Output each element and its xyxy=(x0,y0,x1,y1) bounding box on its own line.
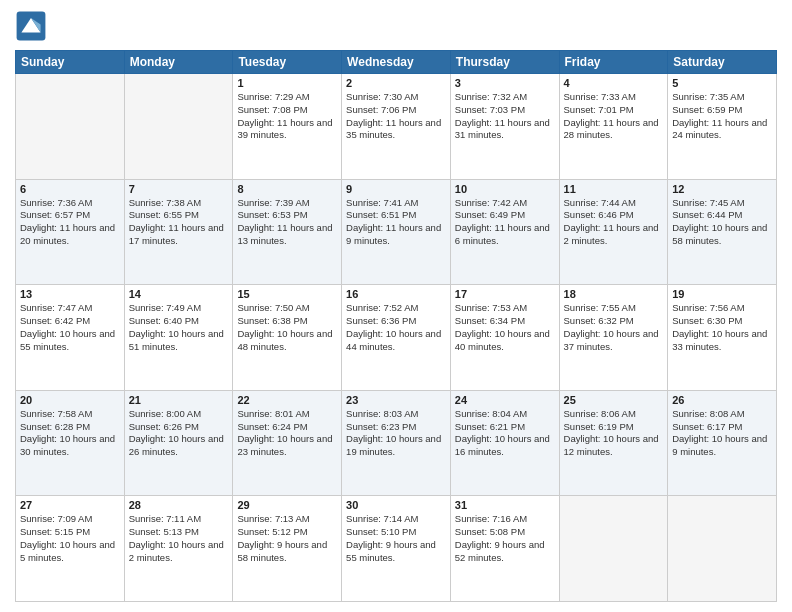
day-number: 20 xyxy=(20,394,120,406)
calendar-cell: 27Sunrise: 7:09 AMSunset: 5:15 PMDayligh… xyxy=(16,496,125,602)
day-number: 29 xyxy=(237,499,337,511)
sunrise: Sunrise: 7:45 AM xyxy=(672,197,744,208)
sunset: Sunset: 6:17 PM xyxy=(672,421,742,432)
sunrise: Sunrise: 7:58 AM xyxy=(20,408,92,419)
sunrise: Sunrise: 7:11 AM xyxy=(129,513,201,524)
daylight: Daylight: 10 hours and 5 minutes. xyxy=(20,539,115,563)
calendar-cell: 23Sunrise: 8:03 AMSunset: 6:23 PMDayligh… xyxy=(342,390,451,496)
sunrise: Sunrise: 7:39 AM xyxy=(237,197,309,208)
calendar-cell: 22Sunrise: 8:01 AMSunset: 6:24 PMDayligh… xyxy=(233,390,342,496)
sunset: Sunset: 6:34 PM xyxy=(455,315,525,326)
day-info: Sunrise: 7:42 AMSunset: 6:49 PMDaylight:… xyxy=(455,197,555,248)
daylight: Daylight: 10 hours and 40 minutes. xyxy=(455,328,550,352)
day-number: 6 xyxy=(20,183,120,195)
daylight: Daylight: 10 hours and 37 minutes. xyxy=(564,328,659,352)
calendar-cell: 19Sunrise: 7:56 AMSunset: 6:30 PMDayligh… xyxy=(668,285,777,391)
calendar-cell: 4Sunrise: 7:33 AMSunset: 7:01 PMDaylight… xyxy=(559,74,668,180)
day-info: Sunrise: 8:08 AMSunset: 6:17 PMDaylight:… xyxy=(672,408,772,459)
sunset: Sunset: 6:49 PM xyxy=(455,209,525,220)
sunset: Sunset: 5:15 PM xyxy=(20,526,90,537)
sunset: Sunset: 6:28 PM xyxy=(20,421,90,432)
weekday-thursday: Thursday xyxy=(450,51,559,74)
day-info: Sunrise: 7:36 AMSunset: 6:57 PMDaylight:… xyxy=(20,197,120,248)
day-number: 28 xyxy=(129,499,229,511)
sunrise: Sunrise: 7:52 AM xyxy=(346,302,418,313)
daylight: Daylight: 11 hours and 28 minutes. xyxy=(564,117,659,141)
day-number: 16 xyxy=(346,288,446,300)
calendar-cell: 7Sunrise: 7:38 AMSunset: 6:55 PMDaylight… xyxy=(124,179,233,285)
daylight: Daylight: 11 hours and 24 minutes. xyxy=(672,117,767,141)
sunset: Sunset: 5:10 PM xyxy=(346,526,416,537)
sunrise: Sunrise: 7:16 AM xyxy=(455,513,527,524)
sunset: Sunset: 6:59 PM xyxy=(672,104,742,115)
calendar-cell: 6Sunrise: 7:36 AMSunset: 6:57 PMDaylight… xyxy=(16,179,125,285)
day-info: Sunrise: 7:09 AMSunset: 5:15 PMDaylight:… xyxy=(20,513,120,564)
sunrise: Sunrise: 7:14 AM xyxy=(346,513,418,524)
daylight: Daylight: 11 hours and 6 minutes. xyxy=(455,222,550,246)
day-number: 8 xyxy=(237,183,337,195)
daylight: Daylight: 10 hours and 48 minutes. xyxy=(237,328,332,352)
day-number: 4 xyxy=(564,77,664,89)
day-number: 12 xyxy=(672,183,772,195)
daylight: Daylight: 10 hours and 23 minutes. xyxy=(237,433,332,457)
page: SundayMondayTuesdayWednesdayThursdayFrid… xyxy=(0,0,792,612)
daylight: Daylight: 11 hours and 31 minutes. xyxy=(455,117,550,141)
week-row-2: 6Sunrise: 7:36 AMSunset: 6:57 PMDaylight… xyxy=(16,179,777,285)
week-row-4: 20Sunrise: 7:58 AMSunset: 6:28 PMDayligh… xyxy=(16,390,777,496)
day-number: 22 xyxy=(237,394,337,406)
calendar-cell: 3Sunrise: 7:32 AMSunset: 7:03 PMDaylight… xyxy=(450,74,559,180)
day-info: Sunrise: 8:03 AMSunset: 6:23 PMDaylight:… xyxy=(346,408,446,459)
day-info: Sunrise: 7:29 AMSunset: 7:08 PMDaylight:… xyxy=(237,91,337,142)
calendar-cell: 10Sunrise: 7:42 AMSunset: 6:49 PMDayligh… xyxy=(450,179,559,285)
logo xyxy=(15,10,51,42)
daylight: Daylight: 10 hours and 58 minutes. xyxy=(672,222,767,246)
sunset: Sunset: 6:24 PM xyxy=(237,421,307,432)
day-number: 23 xyxy=(346,394,446,406)
day-number: 24 xyxy=(455,394,555,406)
day-number: 17 xyxy=(455,288,555,300)
day-info: Sunrise: 7:33 AMSunset: 7:01 PMDaylight:… xyxy=(564,91,664,142)
day-info: Sunrise: 7:41 AMSunset: 6:51 PMDaylight:… xyxy=(346,197,446,248)
daylight: Daylight: 10 hours and 55 minutes. xyxy=(20,328,115,352)
calendar-cell xyxy=(124,74,233,180)
calendar-cell: 1Sunrise: 7:29 AMSunset: 7:08 PMDaylight… xyxy=(233,74,342,180)
logo-icon xyxy=(15,10,47,42)
sunrise: Sunrise: 7:56 AM xyxy=(672,302,744,313)
sunset: Sunset: 6:55 PM xyxy=(129,209,199,220)
calendar-cell: 15Sunrise: 7:50 AMSunset: 6:38 PMDayligh… xyxy=(233,285,342,391)
sunrise: Sunrise: 7:29 AM xyxy=(237,91,309,102)
calendar-cell: 14Sunrise: 7:49 AMSunset: 6:40 PMDayligh… xyxy=(124,285,233,391)
sunrise: Sunrise: 8:06 AM xyxy=(564,408,636,419)
sunset: Sunset: 5:13 PM xyxy=(129,526,199,537)
day-number: 30 xyxy=(346,499,446,511)
sunset: Sunset: 6:42 PM xyxy=(20,315,90,326)
header xyxy=(15,10,777,42)
day-info: Sunrise: 7:44 AMSunset: 6:46 PMDaylight:… xyxy=(564,197,664,248)
day-info: Sunrise: 7:53 AMSunset: 6:34 PMDaylight:… xyxy=(455,302,555,353)
calendar-cell: 2Sunrise: 7:30 AMSunset: 7:06 PMDaylight… xyxy=(342,74,451,180)
sunrise: Sunrise: 7:44 AM xyxy=(564,197,636,208)
daylight: Daylight: 10 hours and 26 minutes. xyxy=(129,433,224,457)
calendar-cell: 12Sunrise: 7:45 AMSunset: 6:44 PMDayligh… xyxy=(668,179,777,285)
sunset: Sunset: 6:23 PM xyxy=(346,421,416,432)
daylight: Daylight: 10 hours and 30 minutes. xyxy=(20,433,115,457)
daylight: Daylight: 11 hours and 17 minutes. xyxy=(129,222,224,246)
daylight: Daylight: 11 hours and 20 minutes. xyxy=(20,222,115,246)
day-info: Sunrise: 7:52 AMSunset: 6:36 PMDaylight:… xyxy=(346,302,446,353)
daylight: Daylight: 11 hours and 9 minutes. xyxy=(346,222,441,246)
calendar-cell: 24Sunrise: 8:04 AMSunset: 6:21 PMDayligh… xyxy=(450,390,559,496)
weekday-sunday: Sunday xyxy=(16,51,125,74)
calendar-cell: 9Sunrise: 7:41 AMSunset: 6:51 PMDaylight… xyxy=(342,179,451,285)
sunrise: Sunrise: 7:36 AM xyxy=(20,197,92,208)
sunset: Sunset: 7:03 PM xyxy=(455,104,525,115)
sunrise: Sunrise: 7:49 AM xyxy=(129,302,201,313)
calendar-cell: 31Sunrise: 7:16 AMSunset: 5:08 PMDayligh… xyxy=(450,496,559,602)
day-info: Sunrise: 7:38 AMSunset: 6:55 PMDaylight:… xyxy=(129,197,229,248)
sunrise: Sunrise: 7:32 AM xyxy=(455,91,527,102)
day-info: Sunrise: 8:06 AMSunset: 6:19 PMDaylight:… xyxy=(564,408,664,459)
day-info: Sunrise: 7:13 AMSunset: 5:12 PMDaylight:… xyxy=(237,513,337,564)
sunset: Sunset: 7:01 PM xyxy=(564,104,634,115)
sunrise: Sunrise: 8:08 AM xyxy=(672,408,744,419)
sunrise: Sunrise: 7:53 AM xyxy=(455,302,527,313)
day-number: 10 xyxy=(455,183,555,195)
